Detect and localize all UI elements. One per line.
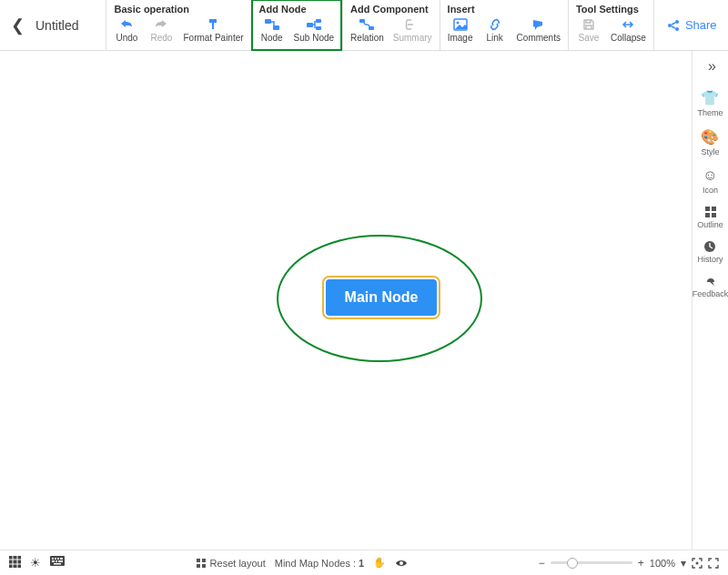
svg-point-10 [668, 24, 672, 27]
svg-rect-24 [56, 560, 57, 562]
summary-button[interactable]: Summary [393, 16, 432, 43]
svg-rect-0 [265, 19, 271, 24]
zoom-dropdown-icon[interactable]: ▾ [681, 557, 686, 570]
collapse-button[interactable]: Collapse [611, 16, 646, 43]
svg-point-31 [399, 561, 403, 565]
redo-icon [154, 16, 168, 33]
sub-node-icon [306, 16, 322, 33]
collapse-icon [621, 16, 635, 33]
svg-rect-19 [52, 558, 54, 560]
svg-rect-22 [60, 558, 63, 560]
group-basic-operation: Basic operation Undo Redo Format Painter [106, 0, 250, 50]
share-label: Share [685, 18, 717, 32]
side-icon[interactable]: ☺ Icon [703, 167, 718, 195]
comments-button[interactable]: Comments [517, 16, 561, 43]
side-theme[interactable]: 👕 Theme [697, 89, 723, 117]
group-title-insert: Insert [448, 4, 561, 15]
reset-layout-icon [196, 558, 207, 569]
svg-rect-17 [9, 556, 21, 568]
node-count-value: 1 [359, 558, 364, 569]
link-button[interactable]: Link [482, 16, 508, 43]
redo-button[interactable]: Redo [148, 16, 174, 43]
sub-node-button[interactable]: Sub Node [294, 16, 334, 43]
svg-point-8 [456, 22, 459, 25]
brightness-icon[interactable]: ☀ [30, 556, 41, 570]
svg-rect-23 [52, 560, 55, 562]
group-insert: Insert Image Link Comments [440, 0, 568, 50]
image-button[interactable]: Image [448, 16, 473, 43]
canvas[interactable]: Main Node [0, 51, 692, 550]
document-title[interactable]: Untitled [35, 18, 95, 33]
feedback-icon [704, 275, 717, 288]
svg-rect-2 [307, 23, 313, 27]
group-title-add-node: Add Node [259, 4, 334, 15]
keyboard-icon[interactable] [50, 556, 65, 570]
group-add-component: Add Component Relation Summary [342, 0, 440, 50]
svg-point-9 [675, 20, 679, 24]
history-icon [703, 240, 716, 253]
comments-icon [531, 16, 546, 33]
svg-rect-27 [197, 559, 200, 562]
zoom-out-button[interactable]: − [539, 557, 545, 570]
theme-icon: 👕 [701, 89, 719, 106]
svg-rect-5 [359, 19, 365, 23]
group-title-add-component: Add Component [350, 4, 432, 15]
icon-icon: ☺ [703, 167, 717, 184]
style-icon: 🎨 [701, 128, 719, 146]
group-add-node: Add Node Node Sub Node [251, 0, 342, 51]
side-style[interactable]: 🎨 Style [701, 128, 719, 156]
svg-rect-13 [712, 207, 716, 211]
undo-button[interactable]: Undo [114, 16, 139, 43]
save-button[interactable]: Save [576, 16, 602, 43]
svg-rect-12 [705, 207, 710, 211]
svg-rect-3 [316, 19, 321, 23]
svg-rect-20 [55, 558, 56, 560]
relation-icon [359, 16, 375, 33]
group-title-basic: Basic operation [114, 4, 243, 15]
svg-rect-21 [57, 558, 59, 560]
svg-rect-29 [197, 564, 200, 568]
top-toolbar: ❮ Untitled Basic operation Undo Redo [0, 0, 728, 51]
group-title-tool-settings: Tool Settings [576, 4, 646, 15]
bottom-bar: ☀ Reset layout Mind Map Nodes : 1 ✋ − + … [0, 550, 728, 575]
node-count-label: Mind Map Nodes : 1 [275, 558, 364, 569]
svg-rect-14 [705, 213, 710, 217]
node-button[interactable]: Node [259, 16, 285, 43]
hand-tool-icon[interactable]: ✋ [373, 557, 386, 569]
svg-rect-4 [316, 26, 321, 30]
reset-layout-button[interactable]: Reset layout [196, 558, 266, 569]
undo-icon [119, 16, 134, 33]
side-feedback[interactable]: Feedback [693, 275, 728, 298]
svg-rect-30 [202, 564, 206, 568]
back-icon[interactable]: ❮ [11, 15, 25, 35]
visibility-icon[interactable] [395, 559, 408, 568]
svg-point-32 [696, 561, 699, 564]
svg-rect-25 [58, 560, 63, 562]
side-panel: » 👕 Theme 🎨 Style ☺ Icon Outline History… [692, 51, 728, 550]
side-outline[interactable]: Outline [697, 206, 723, 229]
svg-rect-6 [369, 26, 374, 30]
main-node[interactable]: Main Node [326, 279, 437, 316]
zoom-slider[interactable] [551, 561, 632, 564]
side-history[interactable]: History [697, 240, 723, 264]
image-icon [453, 16, 468, 33]
summary-icon [405, 16, 420, 33]
fit-screen-icon[interactable] [692, 558, 703, 569]
format-painter-button[interactable]: Format Painter [183, 16, 243, 43]
zoom-in-button[interactable]: + [638, 557, 644, 570]
node-icon [264, 16, 280, 33]
svg-rect-26 [54, 563, 61, 565]
link-icon [488, 16, 502, 33]
share-button[interactable]: Share [667, 18, 717, 32]
share-icon [667, 19, 680, 32]
group-tool-settings: Tool Settings Save Collapse [568, 0, 653, 50]
svg-rect-28 [202, 559, 206, 562]
header-left: ❮ Untitled [0, 0, 106, 50]
format-painter-icon [207, 16, 221, 33]
zoom-percentage[interactable]: 100% [650, 558, 675, 569]
outline-icon [704, 206, 717, 218]
collapse-sidepanel-icon[interactable]: » [708, 58, 713, 75]
fullscreen-icon[interactable] [708, 558, 719, 569]
relation-button[interactable]: Relation [350, 16, 384, 43]
grid-toggle-icon[interactable] [9, 556, 21, 570]
